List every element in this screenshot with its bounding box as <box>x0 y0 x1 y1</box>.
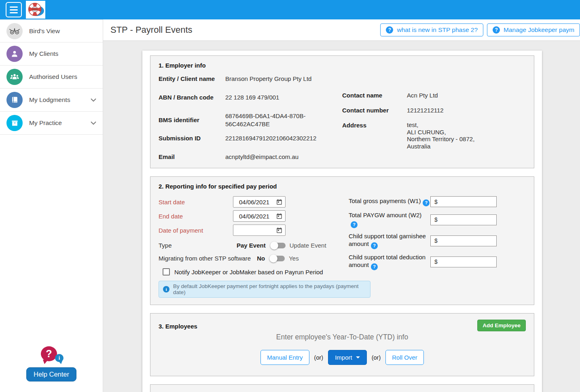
start-date-field[interactable] <box>233 199 272 206</box>
payment-date-input[interactable] <box>233 225 286 236</box>
roll-over-button[interactable]: Roll Over <box>385 350 424 365</box>
sidebar-item-my-practice[interactable]: My Practice <box>0 112 103 135</box>
currency-prefix: $ <box>434 216 438 223</box>
sidebar-item-authorised-users[interactable]: Authorised Users <box>0 66 103 89</box>
deduction-amount-input[interactable]: $ <box>430 256 497 267</box>
manual-entry-button[interactable]: Manual Entry <box>260 350 309 365</box>
notify-jobkeeper-checkbox[interactable] <box>163 268 170 275</box>
reporting-info-section: 2. Reporting info for specified pay peri… <box>150 176 534 305</box>
field-label: Start date <box>159 199 233 206</box>
chevron-down-icon <box>91 96 96 104</box>
migrating-toggle[interactable] <box>270 256 285 261</box>
currency-prefix: $ <box>434 237 438 244</box>
sidebar-item-label: Authorised Users <box>29 73 77 81</box>
field-label: Date of payment <box>159 227 233 234</box>
calendar-icon[interactable] <box>276 227 283 234</box>
import-button[interactable]: Import <box>328 350 367 365</box>
gross-payments-field[interactable] <box>438 199 496 205</box>
garnishee-amount-input[interactable]: $ <box>430 235 497 246</box>
person-icon <box>6 46 23 62</box>
question-circle-icon[interactable]: ? <box>371 242 378 249</box>
payment-date-row: Date of payment <box>159 225 349 236</box>
field-label: Type <box>159 242 233 249</box>
hamburger-menu-button[interactable] <box>6 2 22 17</box>
event-type-toggle[interactable] <box>271 243 286 248</box>
end-date-input[interactable] <box>233 210 286 222</box>
caret-down-icon <box>356 356 360 358</box>
help-center-button[interactable]: Help Center <box>26 367 76 381</box>
deduction-amount-field[interactable] <box>438 259 496 265</box>
archive-box-icon <box>6 115 23 131</box>
gross-payments-row: Total gross payments (W1)? $ <box>349 196 526 207</box>
employer-info-section: 1. Employer info Entity / Client name Br… <box>150 55 534 168</box>
book-icon <box>6 92 23 108</box>
field-value: test, ALI CURUNG, Northern Territory - 0… <box>407 121 474 150</box>
or-label: (or) <box>372 354 381 361</box>
sidebar-item-birds-view[interactable]: Bird's View <box>0 19 103 42</box>
jobkeeper-info-banner: i By default JobKeeper payment per fortn… <box>159 281 370 298</box>
app-logo <box>26 1 45 19</box>
field-label: Child support total garnishee amount? <box>349 232 430 249</box>
question-circle-icon[interactable]: ? <box>371 263 378 270</box>
field-value: Branson Property Group Pty Ltd <box>225 75 311 83</box>
end-date-field[interactable] <box>233 213 272 220</box>
banner-text: By default JobKeeper payment per fortnig… <box>173 283 366 295</box>
field-value: 6876469B-D6A1-4DA4-870B-56C462AC47BE <box>225 112 308 128</box>
field-value: acnptyltd@eimpact.com.au <box>225 153 298 161</box>
manage-jobkeeper-button[interactable]: ? Manage Jobkeeper paym <box>487 23 580 36</box>
currency-prefix: $ <box>434 259 438 265</box>
garnishee-amount-row: Child support total garnishee amount? $ <box>349 232 526 249</box>
payment-date-field[interactable] <box>233 227 272 234</box>
submission-id-row: Submission ID 22128169479120210604230221… <box>159 134 342 142</box>
sidebar-item-my-lodgments[interactable]: My Lodgments <box>0 89 103 112</box>
pay-event-label: Pay Event <box>237 242 266 249</box>
field-value: 221281694791202106042302212 <box>225 134 316 142</box>
section-heading: 2. Reporting info for specified pay peri… <box>159 183 526 190</box>
currency-prefix: $ <box>434 199 438 205</box>
field-value: 22 128 169 479/001 <box>225 93 279 102</box>
field-label: Total gross payments (W1)? <box>349 197 430 206</box>
migrating-row: Migrating from other STP software No Yes <box>159 255 349 262</box>
field-label: Migrating from other STP software <box>159 255 251 262</box>
field-value: Acn Pty Ltd <box>407 91 438 100</box>
manage-jobkeeper-label: Manage Jobkeeper paym <box>504 26 574 34</box>
question-bubble-icon: ? <box>41 346 57 361</box>
sidebar-item-label: My Practice <box>29 119 62 127</box>
email-row: Email acnptyltd@eimpact.com.au <box>159 153 342 161</box>
add-employee-button[interactable]: Add Employee <box>477 320 526 331</box>
sidebar-item-my-clients[interactable]: My Clients <box>0 42 103 66</box>
declaration-section: 4. Declaration <box>150 384 534 392</box>
update-event-label: Update Event <box>290 242 326 249</box>
question-circle-icon[interactable]: ? <box>423 199 430 206</box>
or-label: (or) <box>314 354 324 361</box>
whats-new-stp-button[interactable]: ? what is new in STP phase 2? <box>380 23 483 36</box>
migrating-yes-label: Yes <box>289 255 298 262</box>
info-circle-icon: i <box>163 286 169 292</box>
question-circle-icon[interactable]: ? <box>351 221 358 228</box>
question-circle-icon: ? <box>386 26 393 34</box>
calendar-icon[interactable] <box>276 213 283 220</box>
calendar-icon[interactable] <box>276 199 283 206</box>
sidebar-item-label: My Clients <box>29 50 58 57</box>
field-label: Entity / Client name <box>159 75 225 83</box>
field-label: Email <box>159 153 225 161</box>
main-area: STP - Payroll Events ? what is new in ST… <box>103 19 580 392</box>
field-label: Address <box>342 121 407 150</box>
help-bubble-icon[interactable]: ? i <box>38 345 64 366</box>
gross-payments-input[interactable]: $ <box>430 196 497 207</box>
whats-new-label: what is new in STP phase 2? <box>397 26 478 34</box>
paygw-amount-field[interactable] <box>438 216 496 223</box>
notify-jobkeeper-row: Notify JobKeeper or JobMaker based on Pa… <box>163 268 349 275</box>
start-date-row: Start date <box>159 196 349 208</box>
paygw-amount-row: Total PAYGW amount (W2)? $ <box>349 211 526 228</box>
help-center: ? i Help Center <box>0 345 103 381</box>
start-date-input[interactable] <box>233 196 286 208</box>
paygw-amount-input[interactable]: $ <box>430 214 497 225</box>
garnishee-amount-field[interactable] <box>438 237 496 244</box>
field-label: Total PAYGW amount (W2)? <box>349 211 430 228</box>
employees-section: 3. Employees Add Employee Enter employee… <box>150 313 534 376</box>
top-bar <box>0 0 580 19</box>
payroll-event-card: 1. Employer info Entity / Client name Br… <box>142 51 542 392</box>
field-label: ABN / Branch code <box>159 93 225 102</box>
page-title: STP - Payroll Events <box>110 25 193 35</box>
